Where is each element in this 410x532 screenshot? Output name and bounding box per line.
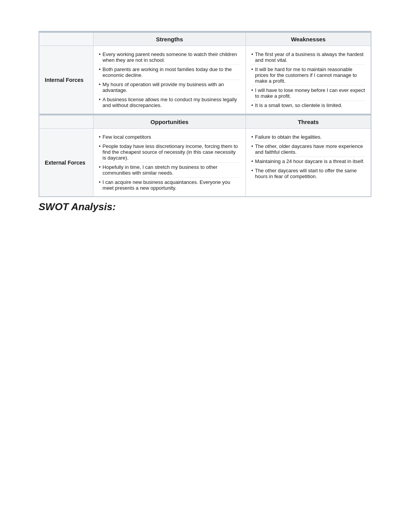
weakness-item-3: I will have to lose money before I can e… [251, 86, 365, 101]
external-threats-list: Failure to obtain the legalities. The ot… [251, 133, 365, 181]
opportunities-header: Opportunities [93, 116, 246, 129]
internal-forces-row: Internal Forces Every working parent nee… [39, 46, 371, 114]
opp-threats-header-row: Opportunities Threats [39, 116, 371, 129]
threat-item-2: The other, older daycares have more expe… [251, 142, 365, 157]
external-forces-row: External Forces Few local competitors Pe… [39, 129, 371, 197]
swot-table: Strengths Weaknesses Internal Forces Eve… [39, 32, 371, 197]
external-threats-cell: Failure to obtain the legalities. The ot… [246, 129, 371, 197]
strength-item-4: A business license allows me to conduct … [99, 95, 240, 110]
internal-strengths-list: Every working parent needs someone to wa… [99, 50, 240, 110]
internal-weaknesses-list: The first year of a business is always t… [251, 50, 365, 110]
internal-forces-label: Internal Forces [39, 46, 93, 114]
external-opportunities-list: Few local competitors People today have … [99, 133, 240, 192]
opportunity-item-1: Few local competitors [99, 133, 240, 142]
threat-item-1: Failure to obtain the legalities. [251, 133, 365, 142]
strength-item-2: Both parents are working in most familie… [99, 65, 240, 80]
strength-item-3: My hours of operation will provide my bu… [99, 80, 240, 95]
swot-title-wrapper: SWOT Analysis: [39, 201, 371, 213]
external-forces-label: External Forces [39, 129, 93, 197]
threat-item-4: The other daycares will start to offer t… [251, 166, 365, 181]
weaknesses-header: Weaknesses [246, 33, 371, 46]
opportunity-item-4: I can acquire new business acquaintances… [99, 178, 240, 192]
weakness-item-1: The first year of a business is always t… [251, 50, 365, 65]
strength-item-1: Every working parent needs someone to wa… [99, 50, 240, 65]
swot-title: SWOT Analysis: [39, 201, 371, 213]
opportunity-item-3: Hopefully in time, I can stretch my busi… [99, 163, 240, 178]
opportunity-item-2: People today have less discretionary inc… [99, 142, 240, 163]
threats-header: Threats [246, 116, 371, 129]
external-opportunities-cell: Few local competitors People today have … [93, 129, 246, 197]
internal-weaknesses-cell: The first year of a business is always t… [246, 46, 371, 114]
strengths-header: Strengths [93, 33, 246, 46]
threat-item-3: Maintaining a 24 hour daycare is a threa… [251, 157, 365, 166]
empty-header [39, 33, 93, 46]
weakness-item-4: It is a small town, so clientele is limi… [251, 101, 365, 110]
empty-header-2 [39, 116, 93, 129]
weakness-item-2: It will be hard for me to maintain reaso… [251, 65, 365, 86]
internal-strengths-cell: Every working parent needs someone to wa… [93, 46, 246, 114]
swot-table-wrapper: Strengths Weaknesses Internal Forces Eve… [39, 31, 371, 197]
